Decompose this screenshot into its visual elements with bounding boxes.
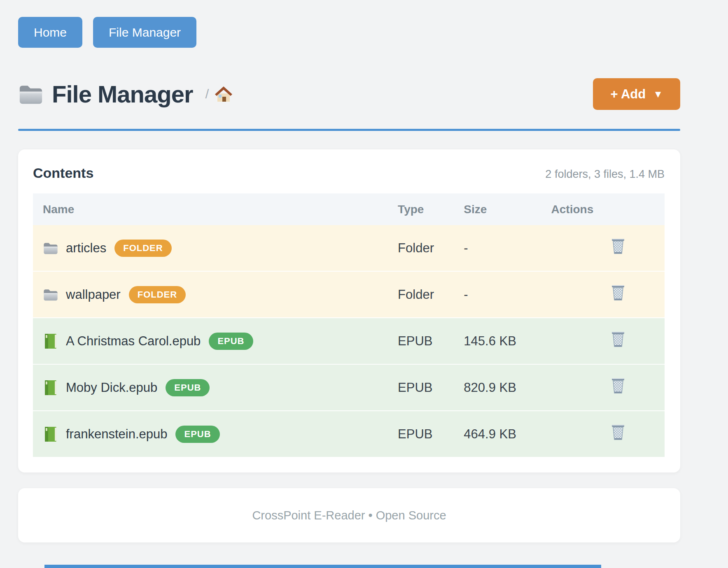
file-name[interactable]: articles	[66, 241, 106, 256]
table-row: articles FOLDER Folder -	[33, 225, 665, 271]
column-header-actions: Actions	[541, 193, 665, 225]
delete-button[interactable]	[611, 424, 625, 441]
file-icon	[43, 333, 58, 349]
footer-card: CrossPoint E-Reader • Open Source	[18, 488, 680, 542]
file-type: Folder	[388, 225, 454, 271]
delete-button[interactable]	[611, 377, 625, 395]
table-body: articles FOLDER Folder - wallpaper FOLDE…	[33, 225, 665, 457]
table-row: wallpaper FOLDER Folder -	[33, 271, 665, 318]
file-type: EPUB	[388, 318, 454, 364]
column-header-size: Size	[454, 193, 541, 225]
contents-title: Contents	[33, 165, 93, 181]
file-table: Name Type Size Actions articles FOLDER F…	[33, 193, 665, 457]
file-type: Folder	[388, 271, 454, 318]
clipped-bottom-divider	[44, 565, 601, 568]
table-header-row: Name Type Size Actions	[33, 193, 665, 225]
contents-card: Contents 2 folders, 3 files, 1.4 MB Name…	[18, 149, 680, 473]
nav-home-button[interactable]: Home	[18, 17, 82, 48]
file-type: EPUB	[388, 411, 454, 457]
top-navigation: Home File Manager	[18, 0, 680, 48]
file-icon	[43, 286, 58, 303]
table-row: Moby Dick.epub EPUB EPUB 820.9 KB	[33, 364, 665, 411]
delete-button[interactable]	[611, 331, 625, 348]
file-name[interactable]: Moby Dick.epub	[66, 380, 157, 395]
column-header-type: Type	[388, 193, 454, 225]
contents-summary: 2 folders, 3 files, 1.4 MB	[545, 168, 665, 181]
delete-button[interactable]	[611, 284, 625, 302]
file-type-badge: FOLDER	[129, 286, 186, 303]
file-type-badge: EPUB	[209, 333, 253, 350]
file-name[interactable]: frankenstein.epub	[66, 427, 167, 442]
file-size: 820.9 KB	[454, 364, 541, 411]
file-size: -	[454, 225, 541, 271]
file-size: -	[454, 271, 541, 318]
column-header-name: Name	[33, 193, 388, 225]
delete-button[interactable]	[611, 238, 625, 255]
file-name[interactable]: wallpaper	[66, 287, 121, 302]
file-type-badge: EPUB	[175, 426, 219, 443]
nav-file-manager-button[interactable]: File Manager	[93, 17, 196, 48]
folder-icon	[18, 83, 44, 105]
file-name[interactable]: A Christmas Carol.epub	[66, 334, 201, 349]
file-type-badge: FOLDER	[114, 240, 171, 257]
house-icon[interactable]	[215, 86, 233, 102]
file-icon	[43, 240, 58, 256]
page-title: File Manager	[52, 80, 193, 108]
file-type: EPUB	[388, 364, 454, 411]
title-divider	[18, 129, 680, 131]
table-row: frankenstein.epub EPUB EPUB 464.9 KB	[33, 411, 665, 457]
chevron-down-icon: ▼	[653, 88, 663, 100]
footer-text: CrossPoint E-Reader • Open Source	[252, 509, 446, 522]
table-row: A Christmas Carol.epub EPUB EPUB 145.6 K…	[33, 318, 665, 364]
add-button[interactable]: + Add ▼	[593, 78, 680, 110]
file-size: 464.9 KB	[454, 411, 541, 457]
page-header: File Manager / + Add ▼	[18, 78, 680, 110]
file-type-badge: EPUB	[166, 379, 210, 396]
breadcrumb-separator: /	[205, 86, 209, 102]
file-icon	[43, 379, 58, 396]
add-button-label: + Add	[610, 87, 646, 102]
file-size: 145.6 KB	[454, 318, 541, 364]
file-icon	[43, 426, 58, 442]
